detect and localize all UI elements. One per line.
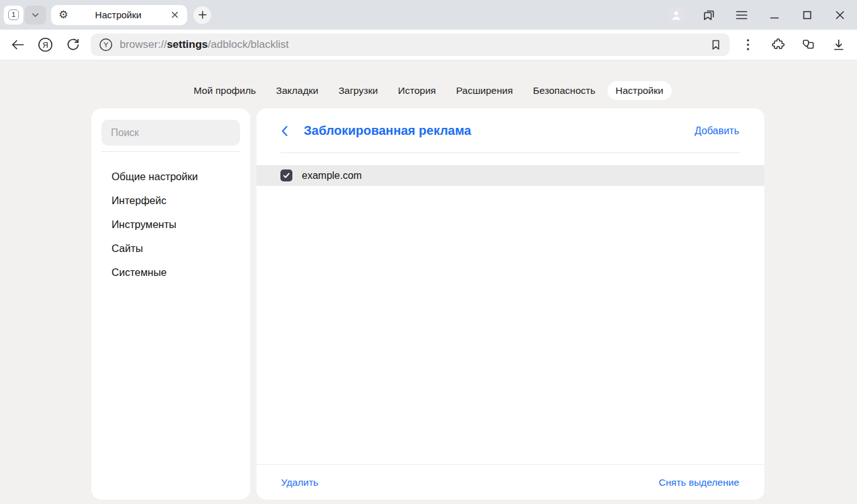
collections-tag-icon: [801, 37, 816, 52]
nav-tab-extensions[interactable]: Расширения: [448, 81, 521, 100]
gear-favicon-icon: ⚙: [59, 9, 68, 20]
chevron-left-icon: [281, 125, 288, 137]
new-tab-button[interactable]: [193, 6, 211, 24]
window-minimize-button[interactable]: [766, 7, 783, 23]
browser-tab-settings[interactable]: ⚙ Настройки: [51, 5, 187, 25]
settings-sidebar: Общие настройки Интерфейс Инструменты Са…: [91, 108, 250, 500]
bookmark-flag-icon: [710, 38, 722, 51]
window-close-button[interactable]: [832, 7, 848, 23]
profile-avatar[interactable]: [668, 7, 684, 23]
address-bar[interactable]: Y browser://settings/adblock/blacklist: [91, 33, 730, 56]
person-icon: [669, 8, 683, 22]
nav-tab-security[interactable]: Безопасность: [525, 81, 604, 100]
svg-text:Я: Я: [42, 41, 48, 50]
tab-list-dropdown-button[interactable]: [25, 6, 46, 25]
bookmarks-panel-icon: [702, 8, 716, 22]
arrow-left-icon: [11, 39, 25, 50]
row-checkbox-checked[interactable]: [280, 169, 292, 181]
sidebar-item-sites[interactable]: Сайты: [91, 237, 250, 261]
yandex-logo-icon: Я: [37, 37, 54, 53]
back-button[interactable]: [4, 33, 32, 56]
settings-search-input[interactable]: [101, 120, 240, 146]
collections-button[interactable]: [800, 37, 817, 53]
puzzle-icon: [771, 37, 786, 52]
blacklist-row-selected[interactable]: example.com: [256, 165, 764, 186]
svg-text:Y: Y: [103, 41, 108, 49]
tab-count: 1: [8, 9, 19, 20]
browser-menu-button[interactable]: [733, 7, 750, 23]
deselect-button[interactable]: Снять выделение: [659, 477, 739, 488]
minimize-icon: [770, 11, 779, 20]
panel-header: Заблокированная реклама Добавить: [256, 108, 764, 153]
url-highlight: settings: [167, 38, 208, 50]
settings-nav-tabs: Мой профиль Закладки Загрузки История Ра…: [0, 81, 857, 100]
maximize-icon: [803, 11, 812, 20]
delete-button[interactable]: Удалить: [281, 477, 318, 488]
chevron-down-icon: [31, 11, 40, 20]
reload-button[interactable]: [59, 33, 87, 56]
nav-tab-downloads[interactable]: Загрузки: [330, 81, 386, 100]
browser-window: 1 ⚙ Настройки: [0, 0, 857, 504]
nav-tab-profile[interactable]: Мой профиль: [185, 81, 264, 100]
sidebar-item-system[interactable]: Системные: [91, 261, 250, 285]
plus-icon: [198, 11, 207, 19]
blocked-ads-panel: Заблокированная реклама Добавить example…: [256, 108, 764, 500]
toolbar-more-button[interactable]: [740, 37, 756, 53]
sidebar-item-tools[interactable]: Инструменты: [91, 213, 250, 237]
address-toolbar: Я Y browser://settings/adblock/blacklist: [0, 30, 857, 60]
close-icon: [171, 11, 178, 18]
sidebar-section-list: Общие настройки Интерфейс Инструменты Са…: [91, 165, 250, 285]
blocked-domain: example.com: [302, 170, 362, 181]
add-site-button[interactable]: Добавить: [694, 125, 739, 137]
tab-counter-button[interactable]: 1: [4, 6, 23, 25]
hamburger-menu-icon: [736, 11, 747, 20]
tab-bar: 1 ⚙ Настройки: [0, 0, 857, 30]
tab-close-button[interactable]: [168, 9, 181, 21]
nav-tab-bookmarks[interactable]: Закладки: [268, 81, 326, 100]
sidebar-item-interface[interactable]: Интерфейс: [91, 189, 250, 213]
bookmarks-panel-button[interactable]: [701, 7, 717, 23]
tab-title: Настройки: [68, 9, 168, 20]
reload-icon: [66, 38, 80, 52]
nav-tab-history[interactable]: История: [390, 81, 444, 100]
add-bookmark-button[interactable]: [710, 38, 722, 51]
downloads-button[interactable]: [831, 37, 847, 53]
panel-back-button[interactable]: [281, 125, 288, 137]
url-scheme: browser://: [120, 38, 167, 50]
browser-home-button[interactable]: Я: [32, 33, 59, 56]
sidebar-divider: [101, 151, 240, 152]
nav-tab-settings[interactable]: Настройки: [607, 81, 672, 100]
selection-action-bar: Удалить Снять выделение: [256, 464, 764, 500]
sidebar-item-general[interactable]: Общие настройки: [91, 165, 250, 189]
tab-counter-group: 1: [4, 6, 46, 25]
window-maximize-button[interactable]: [799, 7, 815, 23]
site-badge-icon: Y: [98, 37, 113, 52]
url-text: browser://settings/adblock/blacklist: [120, 38, 289, 51]
url-path: /adblock/blacklist: [208, 38, 289, 50]
settings-page: Мой профиль Закладки Загрузки История Ра…: [0, 60, 857, 504]
page-title: Заблокированная реклама: [304, 123, 471, 138]
extensions-button[interactable]: [770, 37, 786, 53]
download-icon: [832, 38, 845, 51]
close-icon: [836, 11, 844, 20]
kebab-menu-icon: [747, 39, 749, 50]
check-icon: [282, 171, 290, 180]
